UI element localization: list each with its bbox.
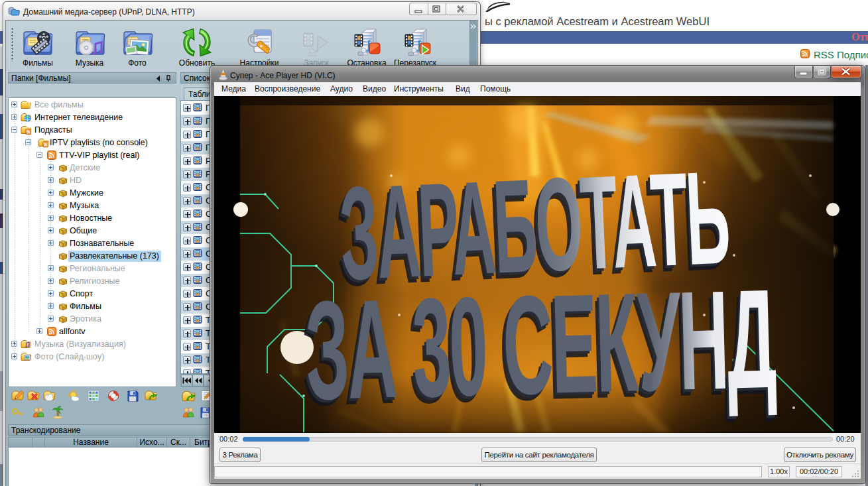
- svg-text:ЗА 30 СЕКУНД: ЗА 30 СЕКУНД: [304, 260, 777, 429]
